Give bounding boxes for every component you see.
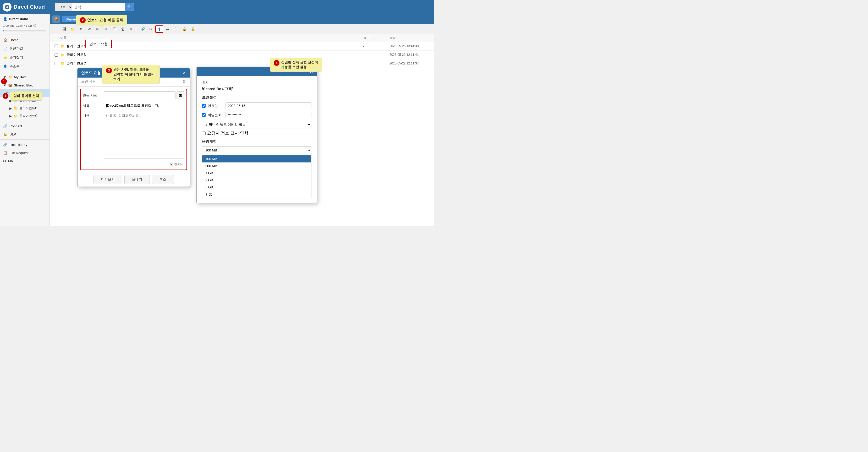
file-name-b: 📁 클라이언트B — [60, 52, 363, 57]
toolbar-back[interactable]: ← — [52, 25, 60, 33]
sidebar-item-contacts[interactable]: 👤 주소록 — [0, 62, 50, 71]
toolbar-move[interactable]: ➡ — [164, 25, 172, 33]
send-btn[interactable]: 보내기 — [124, 175, 150, 184]
subject-input[interactable] — [104, 102, 184, 109]
divider-2 — [0, 72, 50, 72]
search-button[interactable]: 🔍 — [125, 3, 133, 11]
logo-icon: d — [3, 3, 11, 11]
dialog-form-area: 받는 사람 ⊞ 제목 내용 🇰🇷 한국어 — [80, 89, 187, 170]
sidebar-item-dlp[interactable]: 🔒 DLP — [0, 130, 50, 138]
subject-row: 제목 — [83, 102, 184, 109]
upload-req-btn-area: 업로드 요청 — [85, 40, 112, 48]
upload-dialog: 업로드 요청 ✕ 보낸 사람 DirectCloud <noreply@dire… — [77, 68, 190, 187]
checkbox-c[interactable] — [52, 62, 60, 65]
file-row[interactable]: 📁 클라이언트B - 2023-05-22 12:11:41 — [50, 51, 434, 59]
dialog-footer: 미리보기 보내기 취소 — [78, 172, 190, 187]
step2-badge: 2 — [80, 17, 86, 23]
search-filter[interactable]: 고객 — [55, 3, 72, 11]
checkbox-b[interactable] — [52, 53, 60, 57]
recipient-input-group: ⊞ — [104, 91, 184, 99]
app-title: Direct Cloud — [13, 4, 45, 10]
step1-annotation: 1 임의 폴더를 선택 — [3, 91, 42, 101]
recipient-row: 받는 사람 ⊞ — [83, 91, 184, 99]
expand-icon-c: ▶ — [9, 114, 12, 118]
dialog-header: 업로드 요청 ✕ — [78, 68, 190, 78]
divider-3 — [0, 121, 50, 121]
dialog-close-btn[interactable]: ✕ — [183, 70, 186, 76]
sidebar-user: 👤 DirectCloud — [0, 14, 50, 23]
lang-indicator: 🇰🇷 한국어 — [83, 161, 184, 168]
sidebar-item-file-request[interactable]: 📋 File Request — [0, 149, 50, 157]
app-header: d Direct Cloud 고객 🔍 — [0, 0, 434, 14]
sidebar-sharedbox[interactable]: ▼ 📦 Shared Box — [0, 81, 50, 89]
toolbar-upload-request[interactable]: ⬆ — [155, 25, 163, 33]
toolbar-new-folder[interactable]: 📁 — [69, 25, 76, 33]
folderC-icon: 📁 — [13, 114, 18, 118]
favorites-icon: ⭐ — [3, 56, 7, 59]
step1-tooltip: 임의 폴더를 선택 — [10, 91, 42, 101]
recent-icon: 📄 — [3, 47, 7, 51]
toolbar-rename[interactable]: ✏ — [127, 25, 135, 33]
sidebar: 👤 DirectCloud 3.00 MB (0.2%) / 1 GB ⓘ 🏠 … — [0, 14, 50, 226]
content-row: 내용 — [83, 112, 184, 159]
sender-row: 보낸 사람 DirectCloud <noreply@directcloud.n… — [78, 78, 190, 87]
logo-area: d Direct Cloud — [3, 3, 52, 11]
sidebar-tree-clientB[interactable]: ▶ 📁 클라이언트B — [0, 104, 50, 112]
content-textarea[interactable] — [104, 112, 184, 159]
step2-annotation: 2 업로드 요청 버튼 클릭 — [76, 15, 127, 28]
contacts-icon: 👤 — [3, 64, 7, 68]
toolbar-refresh[interactable]: 🖼 — [60, 25, 68, 33]
col-name: 이름 — [60, 36, 363, 40]
info-icon: ⓘ — [33, 24, 36, 28]
col-size: 크기 — [363, 36, 390, 40]
folder-sharedbox-icon: 📦 — [8, 83, 12, 87]
folder-icon-b: 📁 — [60, 53, 64, 57]
sidebar-item-connect[interactable]: 🔗 Connect — [0, 122, 50, 130]
checkbox-a[interactable] — [52, 44, 60, 48]
upload-request-button[interactable]: 업로드 요청 — [85, 40, 112, 48]
expand-icon-b: ▶ — [9, 107, 12, 110]
cancel-btn[interactable]: 취소 — [152, 175, 174, 184]
step2-arrow — [99, 25, 104, 28]
sender-gear-icon[interactable]: ⚙ — [183, 80, 186, 84]
file-row[interactable]: 📁 클라이언트C - 2023-05-22 12:11:37 — [50, 59, 434, 68]
folder-icon-a: 📁 — [60, 44, 64, 48]
toolbar-more[interactable]: ⏱ — [172, 25, 180, 33]
search-area: 고객 🔍 — [55, 3, 133, 11]
col-date: 날짜 — [390, 36, 431, 40]
sidebar-item-recent[interactable]: 📄 최근파일 — [0, 44, 50, 53]
user-icon: 👤 — [3, 17, 7, 21]
folderB-icon: 📁 — [13, 107, 18, 111]
preview-btn[interactable]: 미리보기 — [93, 175, 122, 184]
sidebar-item-mail[interactable]: ✉ Mail — [0, 157, 50, 165]
sidebar-mybox[interactable]: ▼ 📁 My Box — [0, 73, 50, 81]
dlp-icon: 🔒 — [3, 132, 7, 136]
toolbar-mail[interactable]: ✉ — [147, 25, 155, 33]
app-container: d Direct Cloud 고객 🔍 👤 DirectCloud 3.00 M… — [0, 0, 434, 226]
step2-callout: 2 업로드 요청 버튼 클릭 — [76, 15, 127, 25]
toolbar-lock[interactable]: 🔓 — [181, 25, 188, 33]
file-name-c: 📁 클라이언트C — [60, 61, 363, 66]
folder-mybox-icon: 📁 — [8, 75, 12, 79]
svg-text:d: d — [6, 5, 8, 9]
storage-info: 3.00 MB (0.2%) / 1 GB ⓘ — [0, 23, 50, 30]
col-checkbox — [52, 36, 60, 40]
connect-icon: 🔗 — [3, 124, 7, 128]
sidebar-item-link-history[interactable]: 🔗 Link History — [0, 141, 50, 149]
storage-bar-fill — [3, 30, 4, 31]
sidebar-tree-clientC[interactable]: ▶ 📁 클라이언트C — [0, 112, 50, 120]
file-request-icon: 📋 — [3, 151, 7, 155]
toolbar-link[interactable]: 🔗 — [138, 25, 147, 33]
storage-bar — [3, 30, 46, 31]
sidebar-item-home[interactable]: 🏠 Home — [0, 36, 50, 44]
toolbar-security2[interactable]: 🔒 — [189, 25, 197, 33]
recipient-add-btn[interactable]: ⊞ — [177, 91, 184, 99]
mail-icon: ✉ — [3, 159, 6, 163]
recipient-input[interactable] — [104, 91, 176, 99]
search-input[interactable] — [72, 3, 125, 11]
sidebar-item-favorites[interactable]: ⭐ 즐겨찾기 — [0, 53, 50, 62]
link-history-icon: 🔗 — [3, 143, 7, 147]
step1-badge: 1 — [1, 78, 7, 84]
box-icon: 📦 — [52, 16, 60, 23]
folder-icon-c: 📁 — [60, 62, 64, 65]
